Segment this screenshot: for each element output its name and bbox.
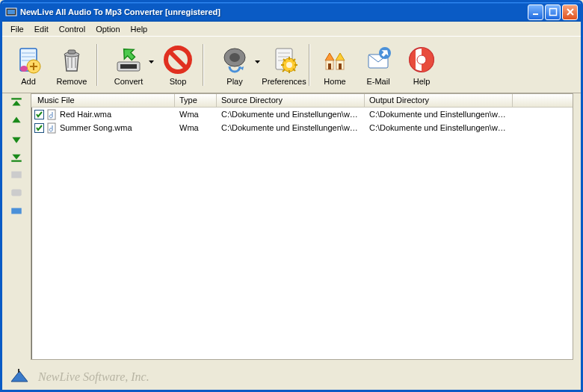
svg-point-6 [20, 66, 28, 72]
row-checkbox[interactable] [34, 123, 44, 133]
email-button[interactable]: E-Mail [357, 39, 400, 91]
move-down-button[interactable] [10, 132, 23, 146]
toolbar: Add Remove Convert Stop Play Preferences [2, 37, 581, 93]
svg-rect-26 [11, 172, 22, 178]
menu-file[interactable]: File [5, 23, 29, 35]
file-icon [46, 122, 58, 134]
convert-button[interactable]: Convert [101, 39, 156, 91]
file-list-panel: Music File Type Source Directory Output … [31, 93, 573, 360]
convert-label: Convert [114, 77, 144, 86]
side-disabled-1 [10, 168, 23, 181]
table-row[interactable]: Summer Song.wma Wma C:\Dokumente und Ein… [31, 121, 573, 134]
col-source-dir[interactable]: Source Directory [217, 94, 365, 107]
svg-point-17 [286, 62, 292, 68]
remove-button[interactable]: Remove [50, 39, 93, 91]
list-body[interactable]: Red Hair.wma Wma C:\Dokumente und Einste… [31, 108, 573, 359]
move-bottom-button[interactable] [10, 150, 23, 164]
col-output-dir[interactable]: Output Directory [365, 94, 513, 107]
svg-rect-31 [18, 369, 19, 373]
toolbar-separator [96, 44, 98, 86]
file-type: Wma [175, 123, 217, 132]
add-icon [13, 44, 44, 75]
chevron-down-icon[interactable] [255, 56, 260, 65]
file-src: C:\Dokumente und Einstellungen\wo... [217, 110, 365, 119]
minimize-button[interactable] [528, 4, 543, 20]
preferences-label: Preferences [262, 77, 306, 86]
convert-icon [113, 44, 144, 75]
footer-logo-icon [10, 368, 29, 386]
file-out: C:\Dokumente und Einstellungen\wo... [365, 110, 513, 119]
svg-rect-3 [549, 9, 556, 16]
play-icon [219, 44, 250, 75]
side-toolbar [2, 93, 31, 364]
play-button[interactable]: Play [207, 39, 262, 91]
svg-rect-1 [7, 10, 15, 14]
remove-label: Remove [57, 77, 87, 86]
preferences-icon [268, 44, 300, 75]
play-label: Play [226, 77, 242, 86]
titlebar: NewLive All Audio To Mp3 Converter [unre… [2, 2, 581, 22]
svg-rect-2 [533, 13, 538, 15]
home-label: Home [324, 77, 345, 86]
app-icon [5, 6, 17, 18]
list-header: Music File Type Source Directory Output … [31, 94, 573, 108]
chevron-down-icon[interactable] [149, 56, 154, 65]
toolbar-separator [309, 44, 310, 86]
file-name: Summer Song.wma [60, 123, 132, 132]
col-spacer [513, 94, 573, 107]
add-label: Add [21, 77, 36, 86]
col-music-file[interactable]: Music File [31, 94, 175, 107]
preferences-button[interactable]: Preferences [262, 39, 306, 91]
svg-rect-21 [339, 63, 342, 69]
menu-edit[interactable]: Edit [29, 23, 54, 35]
remove-icon [56, 44, 87, 75]
svg-rect-28 [11, 208, 22, 214]
svg-rect-10 [120, 64, 137, 69]
stop-icon [162, 44, 194, 75]
svg-line-12 [170, 52, 185, 67]
stop-button[interactable]: Stop [156, 39, 200, 91]
svg-point-14 [229, 53, 240, 62]
close-button[interactable] [562, 4, 578, 20]
menu-control[interactable]: Control [54, 23, 90, 35]
email-label: E-Mail [366, 77, 389, 86]
menu-option[interactable]: Option [90, 23, 125, 35]
svg-rect-27 [11, 190, 22, 196]
help-icon [406, 44, 437, 75]
add-button[interactable]: Add [7, 39, 50, 91]
menubar: File Edit Control Option Help [2, 22, 581, 37]
maximize-button[interactable] [545, 4, 561, 20]
file-type: Wma [175, 110, 217, 119]
col-type[interactable]: Type [175, 94, 217, 107]
help-button[interactable]: Help [400, 39, 443, 91]
file-src: C:\Dokumente und Einstellungen\wo... [217, 123, 365, 132]
svg-rect-20 [328, 63, 331, 69]
file-icon [46, 109, 58, 120]
table-row[interactable]: Red Hair.wma Wma C:\Dokumente und Einste… [31, 108, 573, 121]
svg-rect-8 [68, 50, 75, 54]
file-out: C:\Dokumente und Einstellungen\wo... [365, 123, 513, 132]
stop-label: Stop [170, 77, 187, 86]
move-up-button[interactable] [10, 114, 23, 128]
window-title: NewLive All Audio To Mp3 Converter [unre… [20, 7, 528, 16]
workarea: Music File Type Source Directory Output … [2, 93, 581, 364]
toolbar-separator [203, 44, 204, 86]
side-tag-button[interactable] [10, 204, 23, 217]
menu-help[interactable]: Help [126, 23, 153, 35]
footer-text: NewLive Software, Inc. [38, 370, 149, 384]
help-label: Help [413, 77, 431, 86]
move-top-button[interactable] [10, 96, 23, 110]
side-disabled-2 [10, 186, 23, 199]
file-name: Red Hair.wma [60, 110, 111, 119]
footer: NewLive Software, Inc. [2, 364, 581, 390]
row-checkbox[interactable] [34, 110, 44, 119]
svg-point-25 [417, 55, 426, 64]
home-icon [319, 44, 351, 75]
home-button[interactable]: Home [313, 39, 357, 91]
email-icon [363, 44, 394, 75]
window-controls [528, 4, 578, 20]
